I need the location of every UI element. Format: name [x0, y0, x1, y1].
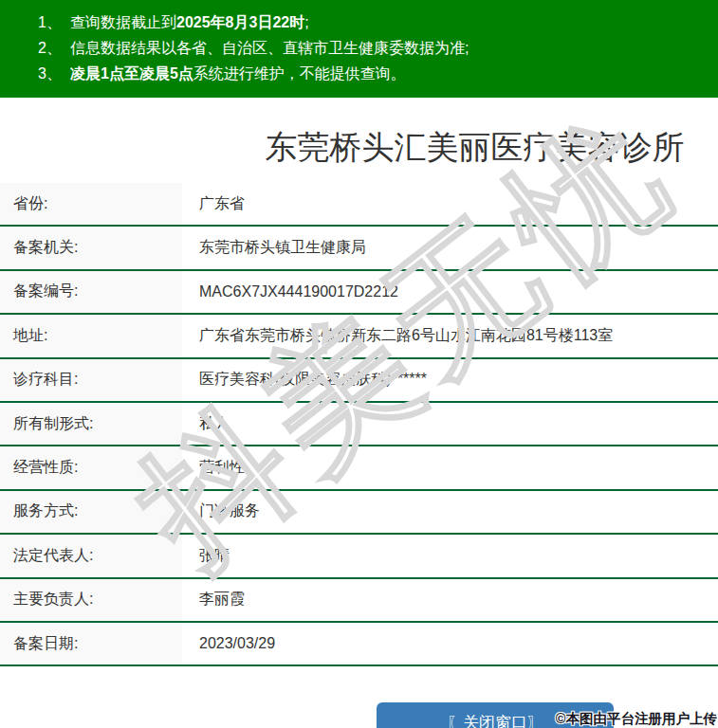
- registration-info-page: 1、查询数据截止到2025年8月3日22时; 2、信息数据结果以各省、自治区、直…: [0, 0, 718, 728]
- notice-line-2: 2、信息数据结果以各省、自治区、直辖市卫生健康委数据为准;: [38, 35, 709, 61]
- row-value: 门诊服务: [182, 491, 718, 533]
- row-value: 营利性: [182, 446, 718, 488]
- notice-number: 1、: [38, 9, 70, 35]
- notice-text-bold: 2025年8月3日22时: [176, 14, 304, 30]
- notice-text: 信息数据结果以各省、自治区、直辖市卫生健康委数据为准;: [70, 40, 469, 56]
- row-label: 主要负责人:: [0, 579, 182, 621]
- row-label: 备案日期:: [0, 623, 182, 664]
- table-row-main-person-in-charge: 主要负责人: 李丽霞: [0, 579, 718, 623]
- row-label: 所有制形式:: [0, 403, 182, 445]
- table-row-medical-subjects: 诊疗科目: 医疗美容科(仅限美容皮肤科)******: [0, 359, 718, 403]
- row-label: 省份:: [0, 183, 182, 225]
- notice-number: 2、: [38, 35, 70, 61]
- notice-text: 查询数据截止到: [70, 14, 176, 30]
- notice-text-end: 系统进行维护，不能提供查询。: [193, 65, 406, 82]
- row-value: 广东省: [182, 183, 718, 225]
- notice-text-bold: 凌晨1点至凌晨5点: [70, 65, 193, 82]
- table-row-legal-representative: 法定代表人: 张晴: [0, 535, 718, 578]
- notice-line-1: 1、查询数据截止到2025年8月3日22时;: [38, 9, 709, 35]
- page-title: 东莞桥头汇美丽医疗美容诊所: [116, 126, 718, 170]
- notice-number: 3、: [38, 61, 70, 86]
- row-value: MAC6X7JX444190017D2212: [182, 271, 718, 313]
- table-row-filing-number: 备案编号: MAC6X7JX444190017D2212: [0, 271, 718, 315]
- row-value: 2023/03/29: [182, 623, 718, 664]
- row-value: 张晴: [182, 535, 718, 576]
- table-row-address: 地址: 广东省东莞市桥头镇桥新东二路6号山水江南花园81号楼113室: [0, 315, 718, 358]
- row-label: 备案机关:: [0, 227, 182, 268]
- row-label: 经营性质:: [0, 446, 182, 488]
- row-value: 东莞市桥头镇卫生健康局: [182, 227, 718, 268]
- row-label: 服务方式:: [0, 491, 182, 533]
- table-row-service-mode: 服务方式: 门诊服务: [0, 491, 718, 535]
- notice-line-3: 3、凌晨1点至凌晨5点系统进行维护，不能提供查询。: [38, 61, 709, 86]
- row-label: 诊疗科目:: [0, 359, 182, 401]
- row-value: 李丽霞: [182, 579, 718, 621]
- title-area: 东莞桥头汇美丽医疗美容诊所: [0, 98, 718, 183]
- table-row-province: 省份: 广东省: [0, 183, 718, 227]
- table-row-ownership-form: 所有制形式: 私人: [0, 403, 718, 446]
- record-table: 省份: 广东省 备案机关: 东莞市桥头镇卫生健康局 备案编号: MAC6X7JX…: [0, 183, 718, 666]
- table-row-business-nature: 经营性质: 营利性: [0, 446, 718, 490]
- row-label: 备案编号:: [0, 271, 182, 313]
- row-label: 法定代表人:: [0, 535, 182, 576]
- table-row-filing-date: 备案日期: 2023/03/29: [0, 623, 718, 666]
- row-label: 地址:: [0, 315, 182, 356]
- uploaded-by-user-stamp: ©本图由平台注册用户上传: [556, 710, 717, 728]
- row-value: 私人: [182, 403, 718, 445]
- notice-banner: 1、查询数据截止到2025年8月3日22时; 2、信息数据结果以各省、自治区、直…: [0, 0, 718, 98]
- row-value: 广东省东莞市桥头镇桥新东二路6号山水江南花园81号楼113室: [182, 315, 718, 356]
- table-row-filing-authority: 备案机关: 东莞市桥头镇卫生健康局: [0, 227, 718, 270]
- row-value: 医疗美容科(仅限美容皮肤科)******: [182, 359, 718, 401]
- notice-text-end: ;: [304, 14, 308, 30]
